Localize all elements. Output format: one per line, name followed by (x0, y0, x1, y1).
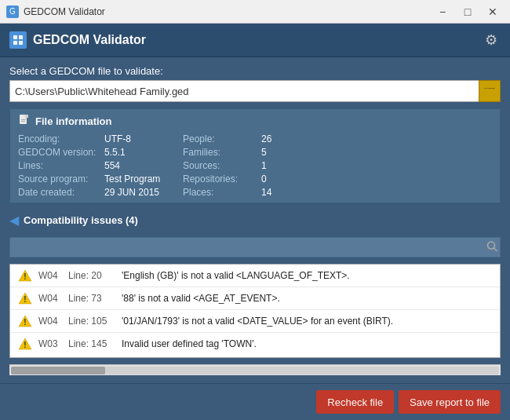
search-icon (486, 241, 497, 252)
horizontal-scrollbar[interactable] (9, 364, 501, 375)
scrollbar-track (11, 367, 499, 374)
svg-rect-9 (25, 115, 28, 118)
issue-row: ! W04 Line: 73 '88' is not a valid <AGE_… (10, 287, 500, 310)
issue-code: W04 (38, 293, 62, 304)
file-info-header: File information (18, 114, 492, 129)
gedcom-version-value: 5.5.1 (104, 147, 183, 158)
issue-line: Line: 20 (68, 270, 115, 281)
issue-message: 'English (GB)' is not a valid <LANGUAGE_… (122, 270, 492, 281)
app-header-icon (9, 31, 27, 49)
compatibility-header: ◀ Compatibility issues (4) (9, 210, 501, 231)
expand-arrow-icon[interactable]: ◀ (9, 213, 19, 228)
gedcom-version-label: GEDCOM version: (18, 147, 104, 158)
search-bar-row (9, 237, 501, 257)
lines-label: Lines: (18, 160, 104, 171)
places-value: 14 (261, 187, 308, 198)
svg-rect-2 (13, 41, 17, 45)
search-button[interactable] (486, 241, 497, 254)
app-title: GEDCOM Validator (33, 33, 146, 47)
issue-code: W04 (38, 270, 62, 281)
people-value: 26 (261, 133, 308, 144)
lines-value: 554 (104, 160, 183, 171)
sources-value: 1 (261, 160, 308, 171)
window-titlebar: G GEDCOM Validator − □ ✕ (0, 0, 510, 24)
app-header-left: GEDCOM Validator (9, 31, 146, 49)
bottom-bar: Recheck file Save report to file (0, 383, 510, 420)
svg-rect-11 (21, 121, 25, 122)
recheck-button[interactable]: Recheck file (316, 390, 394, 414)
repositories-label: Repositories: (183, 173, 261, 184)
source-program-label: Source program: (18, 173, 104, 184)
encoding-value: UTF-8 (104, 133, 183, 144)
issue-message: Invalid user defined tag 'TOWN'. (122, 338, 492, 349)
file-info-title: File information (35, 115, 112, 127)
warning-icon: ! (18, 292, 32, 305)
folder-icon (483, 85, 496, 97)
repositories-value: 0 (261, 173, 308, 184)
svg-text:!: ! (24, 295, 26, 304)
people-label: People: (183, 133, 261, 144)
window-title: GEDCOM Validator (24, 6, 432, 17)
warning-icon: ! (18, 269, 32, 282)
warning-icon: ! (18, 338, 32, 350)
app-container: GEDCOM Validator ⚙ Select a GEDCOM file … (0, 24, 510, 420)
file-selector-input-row (9, 80, 501, 102)
sources-label: Sources: (183, 160, 261, 171)
app-header: GEDCOM Validator ⚙ (0, 24, 510, 57)
issue-message: '01/JAN/1793' is not a valid <DATE_VALUE… (122, 316, 492, 327)
document-icon (18, 114, 31, 126)
maximize-button[interactable]: □ (457, 4, 479, 20)
svg-rect-1 (19, 35, 23, 39)
window-controls: − □ ✕ (432, 4, 504, 20)
issue-row: ! W04 Line: 20 'English (GB)' is not a v… (10, 265, 500, 287)
compatibility-title: Compatibility issues (4) (24, 214, 138, 226)
file-path-input[interactable] (9, 80, 479, 102)
families-value: 5 (261, 147, 308, 158)
encoding-label: Encoding: (18, 133, 104, 144)
issue-line: Line: 73 (68, 293, 115, 304)
file-info-panel: File information Encoding: UTF-8 People:… (9, 108, 501, 203)
issue-row: ! W03 Line: 145 Invalid user defined tag… (10, 333, 500, 355)
svg-line-13 (494, 248, 497, 251)
svg-text:!: ! (24, 318, 26, 327)
issue-code: W03 (38, 338, 62, 349)
svg-rect-3 (19, 41, 23, 45)
date-created-value: 29 JUN 2015 (104, 187, 183, 198)
scrollbar-thumb[interactable] (11, 367, 105, 374)
warning-icon: ! (18, 315, 32, 327)
file-info-grid: Encoding: UTF-8 People: 26 GEDCOM versio… (18, 133, 492, 198)
file-info-icon (18, 114, 31, 129)
issue-row: ! W04 Line: 105 '01/JAN/1793' is not a v… (10, 310, 500, 333)
browse-button[interactable] (479, 80, 501, 102)
issue-code: W04 (38, 316, 62, 327)
issues-list: ! W04 Line: 20 'English (GB)' is not a v… (9, 264, 501, 358)
save-report-button[interactable]: Save report to file (399, 390, 501, 414)
main-content: Select a GEDCOM file to validate: (0, 57, 510, 383)
families-label: Families: (183, 147, 261, 158)
date-created-label: Date created: (18, 187, 104, 198)
source-program-value: Test Program (104, 173, 183, 184)
minimize-button[interactable]: − (432, 4, 454, 20)
svg-rect-10 (21, 119, 26, 120)
svg-text:!: ! (24, 341, 26, 349)
file-selector-label: Select a GEDCOM file to validate: (9, 65, 501, 77)
issue-line: Line: 105 (68, 316, 115, 327)
issue-line: Line: 145 (68, 338, 115, 349)
svg-text:!: ! (24, 272, 26, 281)
window-icon: G (6, 5, 19, 18)
search-input[interactable] (9, 237, 501, 257)
svg-rect-6 (484, 89, 495, 96)
close-button[interactable]: ✕ (482, 4, 504, 20)
svg-rect-0 (13, 35, 17, 39)
settings-button[interactable]: ⚙ (482, 30, 501, 50)
file-selector-section: Select a GEDCOM file to validate: (9, 65, 501, 102)
places-label: Places: (183, 187, 261, 198)
issue-message: '88' is not a valid <AGE_AT_EVENT>. (122, 293, 492, 304)
